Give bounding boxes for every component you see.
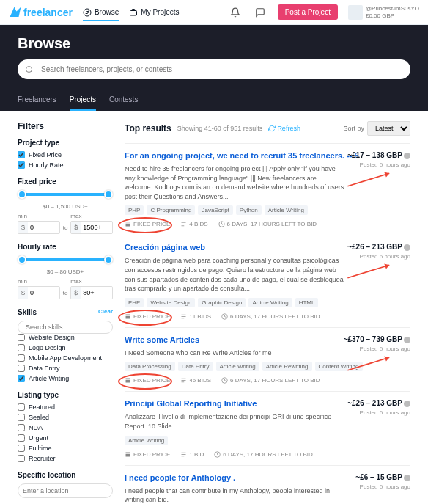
tab-freelancers[interactable]: Freelancers [18, 90, 56, 111]
posted-time: Posted 6 hours ago [360, 346, 410, 352]
listing-fulltime[interactable]: Fulltime [18, 445, 113, 452]
tag[interactable]: Content Writing [315, 362, 363, 371]
project-desc: Need to hire 35 freelancers for ongoing … [125, 164, 410, 201]
listing-sealed[interactable]: Sealed [18, 414, 113, 421]
project-desc: Creación de página web para coaching per… [125, 256, 410, 293]
tag[interactable]: Python [236, 205, 262, 215]
skill-data entry[interactable]: Data Entry [18, 365, 113, 372]
info-icon[interactable]: i [404, 337, 410, 343]
project-card[interactable]: Principi Global Reporting Initiative ~£2… [125, 391, 410, 464]
info-icon[interactable]: i [404, 475, 410, 481]
info-icon[interactable]: i [404, 244, 410, 251]
time-left: 6 DAYS, 17 HOURS LEFT TO BID [221, 313, 320, 320]
tag[interactable]: C Programming [147, 205, 195, 215]
skill-mobile app development[interactable]: Mobile App Development [18, 354, 113, 362]
refresh-button[interactable]: Refresh [268, 125, 300, 132]
svg-point-0 [84, 9, 91, 16]
project-card[interactable]: I need people for Anthology . ~£6 – 15 G… [125, 465, 410, 504]
project-price: ~£26 – 213 GBPi [347, 243, 410, 251]
price-type: FIXED PRICE [125, 377, 170, 384]
posted-time: Posted 6 hours ago [360, 161, 410, 168]
results: Top results Showing 41-60 of 951 results… [125, 121, 410, 504]
posted-time: Posted 6 hours ago [360, 409, 410, 416]
sort-select[interactable]: Latest [367, 121, 410, 136]
page-title: Browse [18, 35, 410, 52]
tabs: Freelancers Projects Contests [0, 90, 428, 111]
svg-point-2 [26, 66, 32, 72]
project-price: ~£370 – 739 GBPi [344, 335, 410, 343]
fixed-slider[interactable] [21, 193, 110, 196]
price-type: FIXED PRICE [125, 221, 170, 227]
project-card[interactable]: Creación página web ~£26 – 213 GBPi Post… [125, 235, 410, 326]
fixed-max-input[interactable] [81, 222, 112, 233]
skill-website design[interactable]: Website Design [18, 334, 113, 341]
project-price: ~£17 – 138 GBPi [347, 151, 410, 159]
tag[interactable]: Article Writing [265, 205, 308, 215]
listing-nda[interactable]: NDA [18, 424, 113, 431]
search-icon [25, 65, 34, 74]
chat-icon[interactable] [253, 5, 268, 20]
posted-time: Posted 6 hours ago [360, 483, 410, 490]
tag[interactable]: Article Writing [125, 436, 168, 445]
nav-myprojects[interactable]: My Projects [129, 8, 179, 17]
search-input[interactable] [38, 62, 403, 76]
tag[interactable]: HTML [295, 298, 319, 307]
tag[interactable]: PHP [125, 205, 144, 215]
project-price: ~£26 – 213 GBPi [347, 399, 410, 407]
tag[interactable]: Website Design [147, 298, 195, 307]
topbar: freelancer Browse My Projects Post a Pro… [0, 0, 428, 25]
time-left: 6 DAYS, 17 HOURS LEFT TO BID [218, 221, 317, 227]
nav-browse[interactable]: Browse [83, 8, 119, 21]
fixed-min-input[interactable] [28, 222, 59, 233]
tag[interactable]: Data Entry [178, 362, 213, 371]
tag[interactable]: PHP [125, 298, 144, 307]
project-price: ~£6 – 15 GBPi [355, 473, 410, 481]
tag[interactable]: Article Writing [248, 298, 292, 307]
bids-count: 46 BIDS [180, 377, 211, 384]
time-left: 6 DAYS, 17 HOURS LEFT TO BID [214, 451, 313, 458]
tab-contests[interactable]: Contests [109, 90, 138, 111]
logo[interactable]: freelancer [9, 6, 73, 19]
bids-count: 1 BID [180, 451, 204, 458]
project-card[interactable]: For an ongoing project, we need to recru… [125, 143, 410, 235]
filters-title: Filters [18, 121, 113, 131]
filters-panel: Filters Project type Fixed Price Hourly … [18, 121, 113, 504]
posted-time: Posted 6 hours ago [360, 253, 410, 260]
hero: Browse [0, 25, 428, 90]
hourly-max-input[interactable] [81, 287, 112, 299]
tab-projects[interactable]: Projects [70, 90, 96, 111]
hourly-slider[interactable] [21, 258, 110, 261]
tag[interactable]: JavaScript [198, 205, 232, 215]
project-card[interactable]: Write some Articles ~£370 – 739 GBPi Pos… [125, 327, 410, 392]
chk-fixed[interactable]: Fixed Price [18, 151, 113, 158]
time-left: 6 DAYS, 17 HOURS LEFT TO BID [221, 377, 320, 384]
search-bar[interactable] [18, 59, 410, 79]
listing-featured[interactable]: Featured [18, 403, 113, 411]
avatar [348, 5, 363, 20]
bids-count: 11 BIDS [180, 313, 211, 320]
price-type: FIXED PRICE [125, 451, 170, 458]
tag[interactable]: Data Processing [125, 362, 175, 371]
skills-search[interactable] [18, 321, 113, 334]
user-menu[interactable]: @PrincesfJmS0sYO £0.00 GBP [348, 5, 419, 20]
listing-recruiter[interactable]: Recruiter [18, 455, 113, 462]
hourly-min-input[interactable] [28, 287, 59, 299]
location-input[interactable] [18, 483, 113, 498]
tag[interactable]: Article Rewriting [262, 362, 312, 371]
info-icon[interactable]: i [404, 401, 410, 407]
chk-hourly[interactable]: Hourly Rate [18, 161, 113, 169]
bids-count: 4 BIDS [180, 221, 207, 227]
svg-rect-1 [130, 10, 137, 15]
post-project-button[interactable]: Post a Project [278, 4, 338, 20]
skill-logo design[interactable]: Logo Design [18, 344, 113, 351]
results-title: Top results [125, 123, 171, 134]
clear-skills[interactable]: Clear [98, 308, 113, 315]
tag[interactable]: Article Writing [216, 362, 259, 371]
price-type: FIXED PRICE [125, 313, 170, 320]
listing-urgent[interactable]: Urgent [18, 434, 113, 442]
info-icon[interactable]: i [404, 153, 410, 159]
tag[interactable]: Graphic Design [198, 298, 246, 307]
bell-icon[interactable] [228, 5, 243, 20]
skill-article writing[interactable]: Article Writing [18, 375, 113, 382]
